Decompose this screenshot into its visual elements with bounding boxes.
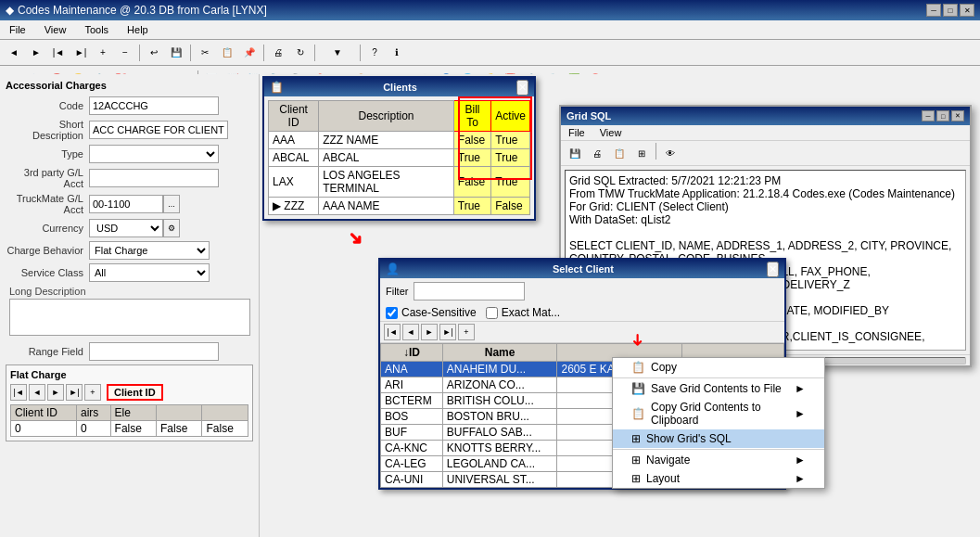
menu-view[interactable]: View [39,22,72,37]
grid-sql-minimize[interactable]: ─ [922,110,935,121]
clients-desc-3: AAA NAME [319,198,454,215]
close-button[interactable]: ✕ [960,4,974,17]
currency-browse[interactable]: ⚙ [163,219,180,237]
copy-label: Copy [651,361,677,374]
range-field-input[interactable] [89,342,219,361]
sql-tb-5[interactable]: 👁 [660,143,681,163]
help-button[interactable]: ? [364,43,385,63]
sql-blank-1 [569,226,961,239]
menu-file[interactable]: File [4,22,32,37]
third-party-gl-label: 3rd party G/L Acct [6,167,89,189]
currency-select[interactable]: USD [89,219,163,237]
info-button[interactable]: ℹ [387,43,407,63]
flat-charge-section: Flat Charge |◄ ◄ ► ►| + Client ID Client [6,364,253,441]
clients-col-id: Client ID [269,101,319,132]
copy-button[interactable]: 📋 [217,43,237,63]
show-sql-icon: ⊞ [631,432,641,445]
context-copy-grid[interactable]: 📋 Copy Grid Contents to Clipboard ► [613,398,824,429]
col-extra2 [202,405,248,421]
nav-back[interactable]: ◄ [29,384,45,401]
grid-sql-menu-view[interactable]: View [596,126,626,139]
maximize-button[interactable]: □ [943,4,958,17]
grid-sql-menu-file[interactable]: File [565,126,589,139]
forward-button[interactable]: ► [26,43,46,63]
sc-nav-back[interactable]: ◄ [402,324,419,340]
service-class-select[interactable]: All [89,263,210,282]
nav-last[interactable]: ►| [66,384,83,401]
long-desc-textarea[interactable] [9,299,250,336]
sql-tb-2[interactable]: 🖨 [587,143,607,163]
short-desc-input[interactable] [89,121,228,139]
sql-tb-1[interactable]: 💾 [565,143,585,163]
delete-button[interactable]: − [115,43,135,63]
clients-close[interactable]: ✕ [516,80,528,96]
context-copy[interactable]: 📋 Copy [613,358,824,377]
back-button[interactable]: ◄ [4,43,24,63]
table-row: 0 0 False False False [11,421,248,437]
sc-nav-first[interactable]: |◄ [384,324,401,340]
filter-input[interactable] [414,282,525,300]
exact-match-text: Exact Mat... [502,306,560,319]
charge-behavior-select[interactable]: Flat Charge [89,241,210,260]
print-button[interactable]: 🖨 [268,43,288,63]
nav-first[interactable]: |◄ [10,384,27,401]
paste-button[interactable]: 📌 [239,43,260,63]
last-button[interactable]: ►| [70,43,91,63]
grid-sql-menubar: File View [561,125,970,141]
sc-name-3: BOSTON BRU... [442,409,557,425]
truckmate-gl-label: TruckMate G/L Acct [6,193,89,215]
third-party-gl-input[interactable] [89,169,219,187]
toolbar-1: ◄ ► |◄ ►| + − ↩ 💾 ✂ 📋 📌 🖨 ↻ ▼ ? ℹ [0,40,980,66]
select-client-close[interactable]: ✕ [767,262,779,277]
grid-sql-toolbar: 💾 🖨 📋 ⊞ 👁 [561,141,970,166]
cut-button[interactable]: ✂ [195,43,215,63]
separator-1 [139,45,140,61]
currency-row: Currency USD ⚙ [6,219,253,237]
sc-nav-last[interactable]: ►| [439,324,456,340]
clients-row-1[interactable]: ABCAL ABCAL True True [269,149,530,167]
exact-match-checkbox[interactable] [486,307,498,319]
flat-charge-title: Flat Charge [10,369,248,380]
sc-nav-add[interactable]: + [458,324,475,340]
context-navigate[interactable]: ⊞ Navigate ► [613,451,824,469]
save-button[interactable]: 💾 [166,43,186,63]
dropdown-button[interactable]: ▼ [319,43,356,63]
minimize-button[interactable]: ─ [926,4,941,17]
clients-row-2[interactable]: LAX LOS ANGELES TERMINAL False True [269,167,530,198]
nav-add[interactable]: + [84,384,101,401]
truckmate-gl-input[interactable] [89,195,163,213]
sql-line-3: With DataSet: qList2 [569,213,961,226]
case-sensitive-checkbox[interactable] [386,307,398,319]
undo-button[interactable]: ↩ [144,43,164,63]
add-button[interactable]: + [93,43,113,63]
grid-sql-close[interactable]: ✕ [951,110,964,121]
context-layout[interactable]: ⊞ Layout ► [613,469,824,488]
clients-active-2: True [491,167,530,198]
clients-billto-2: False [453,167,490,198]
context-show-sql[interactable]: ⊞ Show Grid's SQL [613,429,824,448]
type-select[interactable] [89,145,219,163]
truckmate-gl-browse[interactable]: ... [163,195,180,213]
layout-label: Layout [646,472,680,485]
select-client-title-text: Select Client [553,263,614,275]
grid-sql-maximize[interactable]: □ [936,110,949,121]
long-desc-label: Long Description [6,286,253,297]
clients-row-0[interactable]: AAA ZZZ NAME False True [269,132,530,149]
third-party-gl-row: 3rd party G/L Acct [6,167,253,189]
sql-line-2: For Grid: CLIENT (Select Client) [569,200,961,213]
separator-5 [360,45,361,61]
sc-name-6: LEGOLAND CA... [442,456,557,472]
refresh-button[interactable]: ↻ [290,43,311,63]
code-input[interactable] [89,96,219,115]
context-save-grid[interactable]: 💾 Save Grid Contents to File ► [613,379,824,398]
sql-tb-4[interactable]: ⊞ [631,143,652,163]
range-field-row: Range Field [6,342,253,361]
first-button[interactable]: |◄ [48,43,69,63]
currency-label: Currency [6,223,89,234]
sql-tb-3[interactable]: 📋 [609,143,630,163]
menu-help[interactable]: Help [121,22,154,37]
menu-tools[interactable]: Tools [79,22,114,37]
clients-row-3[interactable]: ▶ ZZZ AAA NAME True False [269,198,530,215]
nav-forward[interactable]: ► [47,384,64,401]
sc-nav-forward[interactable]: ► [421,324,438,340]
